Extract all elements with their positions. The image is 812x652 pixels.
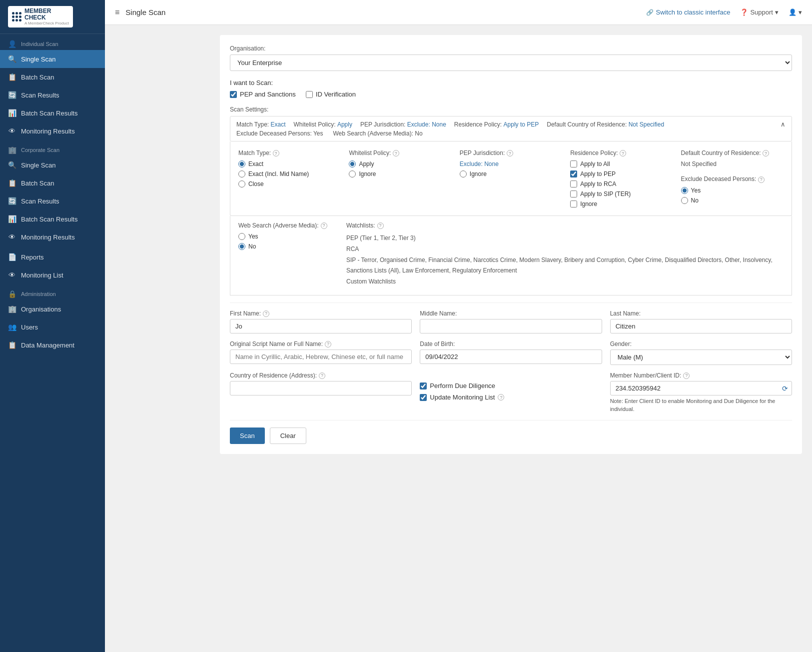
organisation-select[interactable]: Your Enterprise: [230, 54, 792, 71]
settings-collapse-toggle[interactable]: ∧: [781, 120, 786, 128]
users-icon: 👥: [8, 323, 16, 331]
middle-name-input[interactable]: [420, 319, 602, 334]
sidebar-item-corp-monitoring[interactable]: 👁 Monitoring Results: [0, 228, 105, 246]
first-name-label: First Name: ?: [230, 310, 412, 317]
exclude-yes-radio[interactable]: [681, 187, 688, 194]
residence-ignore-option[interactable]: Ignore: [570, 200, 673, 208]
sidebar-item-batch-scan-results[interactable]: 📊 Batch Scan Results: [0, 104, 105, 122]
sidebar-item-scan-results[interactable]: 🔄 Scan Results: [0, 86, 105, 104]
residence-help-icon[interactable]: ?: [620, 150, 626, 156]
search-icon: 🔍: [8, 55, 16, 63]
sidebar-item-batch-scan[interactable]: 📋 Batch Scan: [0, 68, 105, 86]
pep-sanctions-checkbox-label[interactable]: PEP and Sanctions: [230, 90, 296, 98]
sidebar-item-data-management[interactable]: 📋 Data Management: [0, 336, 105, 354]
country-residence-input[interactable]: [230, 381, 412, 396]
sidebar-item-reports[interactable]: 📄 Reports: [0, 248, 105, 266]
pep-ignore-option[interactable]: Ignore: [460, 170, 562, 178]
perform-due-diligence-checkbox[interactable]: [420, 382, 427, 390]
deceased-help-icon[interactable]: ?: [758, 176, 765, 183]
residence-ignore-checkbox[interactable]: [570, 200, 577, 208]
clear-button[interactable]: Clear: [270, 428, 306, 444]
whitelist-help-icon[interactable]: ?: [393, 150, 399, 156]
dob-input[interactable]: [420, 350, 602, 364]
watchlists-help-icon[interactable]: ?: [377, 222, 384, 229]
scan-button[interactable]: Scan: [230, 428, 265, 444]
dob-group: Date of Birth:: [420, 340, 602, 365]
id-verification-checkbox-label[interactable]: ID Verification: [306, 90, 356, 98]
match-exact-radio[interactable]: [238, 160, 245, 168]
action-buttons: Scan Clear: [230, 428, 792, 444]
update-monitoring-label[interactable]: Update Monitoring List ?: [420, 394, 602, 401]
residence-rca-checkbox[interactable]: [570, 180, 577, 188]
country-residence-help-icon[interactable]: ?: [319, 372, 325, 379]
sidebar-item-single-scan[interactable]: 🔍 Single Scan: [0, 50, 105, 68]
pep-help-icon[interactable]: ?: [507, 150, 513, 156]
member-number-input[interactable]: [610, 381, 792, 396]
exclude-no-option[interactable]: No: [681, 197, 784, 204]
scan-options: PEP and Sanctions ID Verification: [230, 90, 792, 98]
id-verification-checkbox[interactable]: [306, 91, 313, 98]
match-exact-mid-option[interactable]: Exact (Incl. Mid Name): [238, 170, 341, 178]
settings-summary-row1: Match Type: Exact Whitelist Policy: Appl…: [236, 120, 786, 128]
residence-sip-option[interactable]: Apply to SIP (TER): [570, 190, 673, 198]
match-exact-option[interactable]: Exact: [238, 160, 341, 168]
match-close-option[interactable]: Close: [238, 180, 341, 188]
sidebar-item-monitoring-list[interactable]: 👁 Monitoring List: [0, 266, 105, 284]
web-search-help-icon[interactable]: ?: [321, 222, 327, 229]
user-chevron-icon: ▾: [799, 8, 802, 16]
residence-pep-option[interactable]: Apply to PEP: [570, 170, 673, 178]
match-exact-mid-radio[interactable]: [238, 170, 245, 178]
residence-rca-option[interactable]: Apply to RCA: [570, 180, 673, 188]
web-search-no-option[interactable]: No: [238, 243, 338, 250]
web-search-summary: Web Search (Adverse Media): No: [333, 130, 422, 137]
original-script-help-icon[interactable]: ?: [325, 341, 331, 348]
support-menu[interactable]: ❓ Support ▾: [740, 8, 779, 16]
residence-all-option[interactable]: Apply to All: [570, 160, 673, 168]
pep-sanctions-checkbox[interactable]: [230, 91, 237, 98]
member-number-help-icon[interactable]: ?: [683, 372, 690, 379]
sidebar-item-monitoring-results[interactable]: 👁 Monitoring Results: [0, 122, 105, 140]
gender-select[interactable]: Male (M): [610, 350, 792, 365]
sidebar-item-corp-batch-results[interactable]: 📊 Batch Scan Results: [0, 210, 105, 228]
pep-ignore-radio[interactable]: [460, 170, 467, 178]
hamburger-menu[interactable]: ≡: [115, 8, 119, 17]
last-name-group: Last Name:: [610, 310, 792, 334]
match-type-summary: Match Type: Exact: [236, 121, 286, 128]
match-type-help-icon[interactable]: ?: [273, 150, 279, 156]
whitelist-apply-radio[interactable]: [349, 160, 356, 168]
question-icon: ❓: [740, 8, 748, 16]
refresh-icon[interactable]: ⟳: [782, 384, 788, 392]
residence-all-checkbox[interactable]: [570, 160, 577, 168]
batch-icon: 📋: [8, 73, 16, 81]
whitelist-apply-option[interactable]: Apply: [349, 160, 451, 168]
perform-due-diligence-label[interactable]: Perform Due Diligence: [420, 382, 602, 390]
exclude-no-radio[interactable]: [681, 197, 688, 204]
first-name-help-icon[interactable]: ?: [263, 310, 269, 317]
whitelist-ignore-radio[interactable]: [349, 170, 356, 178]
sidebar-item-users[interactable]: 👥 Users: [0, 318, 105, 336]
switch-interface-link[interactable]: 🔗 Switch to classic interface: [646, 8, 731, 16]
last-name-input[interactable]: [610, 319, 792, 334]
residence-sip-checkbox[interactable]: [570, 190, 577, 198]
country-help-icon[interactable]: ?: [763, 150, 769, 156]
web-search-col: Web Search (Adverse Media): ? Yes No: [238, 222, 338, 287]
first-name-input[interactable]: [230, 319, 412, 334]
residence-pep-checkbox[interactable]: [570, 170, 577, 178]
monitoring-help-icon[interactable]: ?: [498, 394, 504, 400]
web-search-no-radio[interactable]: [238, 243, 245, 250]
sidebar-item-corp-single-scan[interactable]: 🔍 Single Scan: [0, 156, 105, 174]
original-script-input[interactable]: [230, 350, 412, 364]
match-close-radio[interactable]: [238, 180, 245, 188]
web-search-yes-radio[interactable]: [238, 233, 245, 240]
user-menu[interactable]: 👤 ▾: [789, 8, 802, 16]
original-script-group: Original Script Name or Full Name: ?: [230, 340, 412, 365]
sidebar-item-corp-batch-scan[interactable]: 📋 Batch Scan: [0, 174, 105, 192]
whitelist-ignore-option[interactable]: Ignore: [349, 170, 451, 178]
update-monitoring-checkbox[interactable]: [420, 394, 427, 401]
web-search-yes-option[interactable]: Yes: [238, 233, 338, 240]
exclude-yes-option[interactable]: Yes: [681, 187, 784, 194]
sidebar-item-organisations[interactable]: 🏢 Organisations: [0, 300, 105, 318]
sidebar-item-corp-scan-results[interactable]: 🔄 Scan Results: [0, 192, 105, 210]
chevron-down-icon: ▾: [775, 8, 779, 16]
default-country-summary: Default Country of Residence: Not Specif…: [547, 121, 664, 128]
